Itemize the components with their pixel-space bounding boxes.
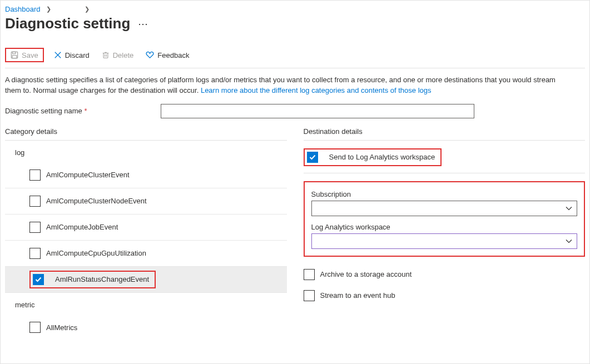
- checkbox[interactable]: [29, 222, 41, 233]
- log-item-amlcomputecpugpuutilization[interactable]: AmlComputeCpuGpuUtilization: [5, 241, 287, 267]
- save-button[interactable]: Save: [8, 50, 41, 60]
- chevron-right-icon: ❯: [44, 6, 53, 13]
- checkbox[interactable]: [304, 290, 315, 301]
- dest-label: Stream to an event hub: [320, 291, 395, 300]
- chevron-down-icon: [566, 204, 572, 212]
- checkbox[interactable]: [304, 269, 315, 280]
- log-analytics-config: Subscription Log Analytics workspace: [304, 181, 586, 257]
- checkbox[interactable]: [307, 152, 318, 163]
- checkbox[interactable]: [29, 322, 41, 333]
- log-heading: log: [15, 148, 287, 157]
- breadcrumb-item-dashboard[interactable]: Dashboard: [5, 5, 41, 13]
- toolbar: Save Discard Delete Feedback: [5, 48, 585, 68]
- dest-label: Archive to a storage account: [320, 270, 412, 278]
- log-item-amlcomputeclusterevent[interactable]: AmlComputeClusterEvent: [5, 162, 287, 188]
- setting-name-label: Diagnostic setting name *: [5, 107, 161, 115]
- log-category-list: AmlComputeClusterEvent AmlComputeCluster…: [5, 162, 287, 293]
- delete-label: Delete: [113, 52, 134, 59]
- save-label: Save: [22, 52, 38, 59]
- learn-more-link[interactable]: Learn more about the different log categ…: [201, 86, 432, 94]
- log-label: AmlComputeClusterEvent: [46, 171, 130, 179]
- checkbox[interactable]: [29, 248, 41, 259]
- log-item-amlcomputeclusternodeevent[interactable]: AmlComputeClusterNodeEvent: [5, 188, 287, 215]
- feedback-button[interactable]: Feedback: [143, 50, 191, 60]
- log-label: AmlComputeCpuGpuUtilization: [46, 249, 146, 257]
- setting-name-input[interactable]: [161, 104, 474, 118]
- page-title: Diagnostic setting: [5, 15, 130, 32]
- category-details-heading: Category details: [5, 127, 287, 141]
- description-text: A diagnostic setting specifies a list of…: [5, 75, 572, 96]
- feedback-label: Feedback: [157, 52, 189, 59]
- delete-button[interactable]: Delete: [100, 50, 136, 60]
- discard-button[interactable]: Discard: [52, 50, 92, 60]
- more-icon[interactable]: ⋯: [138, 19, 148, 29]
- dest-send-log-analytics[interactable]: Send to Log Analytics workspace: [304, 148, 586, 173]
- chevron-down-icon: [566, 237, 572, 245]
- svg-rect-5: [103, 53, 108, 58]
- heart-icon: [146, 51, 154, 59]
- destination-details-heading: Destination details: [304, 127, 586, 141]
- save-icon: [11, 51, 18, 59]
- checkbox[interactable]: [33, 274, 44, 285]
- close-icon: [54, 51, 62, 59]
- breadcrumb: Dashboard ❯ ❯: [5, 4, 585, 14]
- metric-item-allmetrics[interactable]: AllMetrics: [5, 315, 287, 341]
- log-item-amlrunstatuschangedevent[interactable]: AmlRunStatusChangedEvent: [5, 267, 287, 293]
- workspace-label: Log Analytics workspace: [311, 223, 578, 231]
- log-item-amlcomputejobevent[interactable]: AmlComputeJobEvent: [5, 215, 287, 241]
- checkbox[interactable]: [29, 169, 41, 181]
- dest-archive-storage[interactable]: Archive to a storage account: [304, 269, 586, 280]
- discard-label: Discard: [65, 52, 90, 59]
- metric-heading: metric: [15, 301, 287, 309]
- subscription-label: Subscription: [311, 190, 578, 198]
- metric-label: AllMetrics: [46, 323, 77, 332]
- log-label: AmlComputeClusterNodeEvent: [46, 197, 147, 205]
- chevron-right-icon: ❯: [82, 6, 92, 13]
- checkbox[interactable]: [29, 196, 41, 207]
- svg-rect-2: [12, 56, 17, 58]
- subscription-select[interactable]: [311, 201, 578, 216]
- svg-rect-1: [13, 52, 16, 54]
- metric-category-list: AllMetrics: [5, 315, 287, 341]
- dest-stream-eventhub[interactable]: Stream to an event hub: [304, 290, 586, 301]
- dest-label: Send to Log Analytics workspace: [329, 153, 435, 161]
- log-label: AmlRunStatusChangedEvent: [55, 275, 149, 283]
- log-label: AmlComputeJobEvent: [46, 223, 118, 231]
- workspace-select[interactable]: [311, 233, 578, 249]
- trash-icon: [102, 51, 110, 59]
